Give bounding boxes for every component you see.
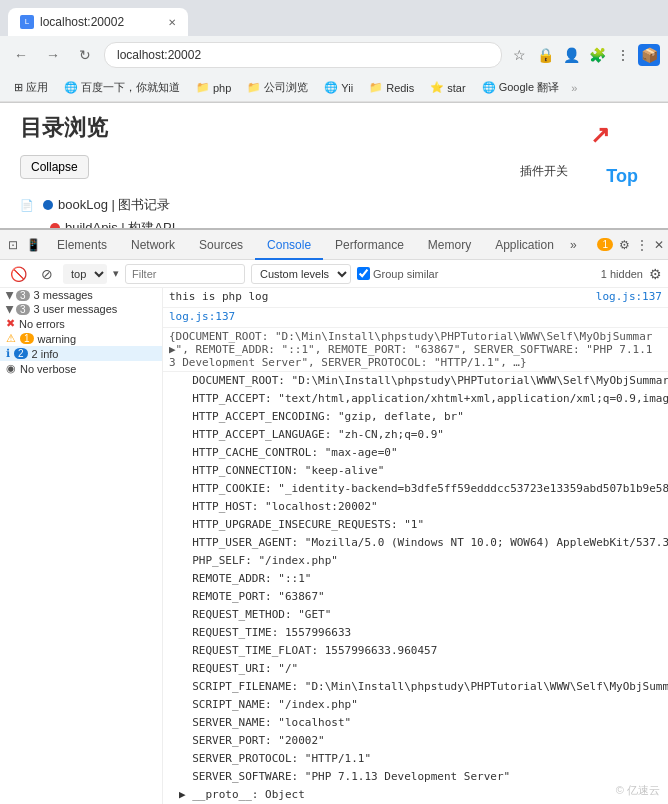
bookmark-company[interactable]: 📁 公司浏览 xyxy=(241,78,314,97)
bookmark-redis[interactable]: 📁 Redis xyxy=(363,79,420,96)
messages-label: 3 messages xyxy=(34,289,93,301)
shield-icon[interactable]: 🔒 xyxy=(534,44,556,66)
filter-input[interactable] xyxy=(125,264,245,284)
settings-icon[interactable]: ⚙ xyxy=(619,238,630,252)
devtools-dock-icon[interactable]: ⊡ xyxy=(4,238,22,252)
account-icon[interactable]: 👤 xyxy=(560,44,582,66)
browser-tab[interactable]: L localhost:20002 ✕ xyxy=(8,8,188,36)
code-line-req-time: REQUEST_TIME: 1557996633 xyxy=(179,624,668,642)
code-line-server-proto: SERVER_PROTOCOL: "HTTP/1.1" xyxy=(179,750,668,768)
tree-container: 📄 bookLog | 图书记录 buildApis | 构建API Chapt… xyxy=(20,196,648,228)
root-dot-icon xyxy=(43,200,53,210)
star-icon[interactable]: ☆ xyxy=(508,44,530,66)
info-label: 2 info xyxy=(32,348,59,360)
tab-console[interactable]: Console xyxy=(255,230,323,260)
console-main-log: this is php log log.js:137 log.js:137 {D… xyxy=(163,288,668,804)
verbose-icon: ◉ xyxy=(6,362,16,375)
code-line-script-name: SCRIPT_NAME: "/index.php" xyxy=(179,696,668,714)
tree-root-item[interactable]: 📄 bookLog | 图书记录 xyxy=(20,196,648,214)
nav-back-button[interactable]: ← xyxy=(8,42,34,68)
code-line-req-method: REQUEST_METHOD: "GET" xyxy=(179,606,668,624)
code-line-cookie: HTTP_COOKIE: "_identity-backend=b3dfe5ff… xyxy=(179,480,668,498)
hidden-count: 1 hidden xyxy=(601,268,643,280)
sidebar-messages[interactable]: ▶ 3 3 messages xyxy=(0,288,162,302)
code-line-php-self: PHP_SELF: "/index.php" xyxy=(179,552,668,570)
bookmark-yii[interactable]: 🌐 Yii xyxy=(318,79,359,96)
log-text-1: this is php log xyxy=(169,290,596,303)
info-badge: 2 xyxy=(14,348,28,359)
group-similar-checkbox[interactable] xyxy=(357,267,370,280)
expand-icon: ▶ xyxy=(5,291,16,299)
log-link-1[interactable]: log.js:137 xyxy=(596,290,662,303)
sidebar-info[interactable]: ℹ 2 2 info xyxy=(0,346,162,361)
user-messages-label: 3 user messages xyxy=(34,303,118,315)
devtools-tabs: ⊡ 📱 Elements Network Sources Console Per… xyxy=(0,230,668,260)
site-title: 目录浏览 xyxy=(20,113,648,143)
code-line-http-accept: HTTP_ACCEPT: "text/html,application/xhtm… xyxy=(179,390,668,408)
console-filter-icon[interactable]: ⊘ xyxy=(37,264,57,284)
bookmark-apps[interactable]: ⊞ 应用 xyxy=(8,78,54,97)
website-content: 目录浏览 Collapse 📄 bookLog | 图书记录 buildApis… xyxy=(0,103,668,228)
code-line-proto[interactable]: ▶ __proto__: Object xyxy=(179,786,668,804)
console-toolbar: 🚫 ⊘ top ▾ Custom levels Group similar 1 … xyxy=(0,260,668,288)
bookmarks-bar: ⊞ 应用 🌐 百度一下，你就知道 📁 php 📁 公司浏览 🌐 Yii 📁 Re… xyxy=(0,74,668,102)
group-similar-label[interactable]: Group similar xyxy=(357,267,438,280)
no-errors-label: No errors xyxy=(19,318,65,330)
level-select[interactable]: Custom levels xyxy=(251,264,351,284)
console-clear-icon[interactable]: 🚫 xyxy=(6,264,31,284)
console-row-json2: {DOCUMENT_ROOT: "D:\Min\Install\phpstudy… xyxy=(163,328,668,372)
top-link[interactable]: Top xyxy=(606,166,638,187)
bookmark-overflow[interactable]: » xyxy=(571,82,577,94)
sidebar-user-messages[interactable]: ▶ 3 3 user messages xyxy=(0,302,162,316)
context-arrow-icon[interactable]: ▾ xyxy=(113,267,119,280)
console-row-json: log.js:137 xyxy=(163,308,668,328)
code-block-expanded: DOCUMENT_ROOT: "D:\Min\Install\phpstudy\… xyxy=(163,372,668,804)
sidebar-verbose[interactable]: ◉ No verbose xyxy=(0,361,162,376)
watermark: © 亿速云 xyxy=(616,783,660,798)
tab-overflow-icon[interactable]: » xyxy=(566,238,581,252)
code-line-req-uri: REQUEST_URI: "/" xyxy=(179,660,668,678)
tab-memory[interactable]: Memory xyxy=(416,230,483,260)
tab-network[interactable]: Network xyxy=(119,230,187,260)
nav-forward-button[interactable]: → xyxy=(40,42,66,68)
bookmark-star[interactable]: ⭐ star xyxy=(424,79,471,96)
bookmark-php[interactable]: 📁 php xyxy=(190,79,237,96)
sidebar-warnings[interactable]: ⚠ 1 warning xyxy=(0,331,162,346)
main-area: 目录浏览 Collapse 📄 bookLog | 图书记录 buildApis… xyxy=(0,103,668,804)
collapse-button[interactable]: Collapse xyxy=(20,155,89,179)
tree-child1-item[interactable]: buildApis | 构建API xyxy=(50,219,648,228)
console-output[interactable]: ▶ 3 3 messages ▶ 3 3 user messages ✖ No … xyxy=(0,288,668,804)
devtools-panel: ⊡ 📱 Elements Network Sources Console Per… xyxy=(0,228,668,804)
devtools-mobile-icon[interactable]: 📱 xyxy=(22,238,45,252)
puzzle-icon[interactable]: 🧩 xyxy=(586,44,608,66)
context-select[interactable]: top xyxy=(63,264,107,284)
log-json-text: {DOCUMENT_ROOT: "D:\Min\Install\phpstudy… xyxy=(169,330,662,369)
tab-favicon: L xyxy=(20,15,34,29)
address-input[interactable] xyxy=(104,42,502,68)
code-line-remote-addr: REMOTE_ADDR: "::1" xyxy=(179,570,668,588)
bookmark-baidu[interactable]: 🌐 百度一下，你就知道 xyxy=(58,78,186,97)
tab-sources[interactable]: Sources xyxy=(187,230,255,260)
nav-refresh-button[interactable]: ↻ xyxy=(72,42,98,68)
code-line-server-port: SERVER_PORT: "20002" xyxy=(179,732,668,750)
warnings-badge: 1 xyxy=(20,333,34,344)
devtools-close-icon[interactable]: ✕ xyxy=(654,238,664,252)
devtools-more-icon[interactable]: ⋮ xyxy=(636,238,648,252)
sidebar-errors[interactable]: ✖ No errors xyxy=(0,316,162,331)
tab-application[interactable]: Application xyxy=(483,230,566,260)
code-line-host: HTTP_HOST: "localhost:20002" xyxy=(179,498,668,516)
console-settings-icon[interactable]: ⚙ xyxy=(649,266,662,282)
code-line-server-sw: SERVER_SOFTWARE: "PHP 7.1.13 Development… xyxy=(179,768,668,786)
bookmark-google[interactable]: 🌐 Google 翻译 xyxy=(476,78,566,97)
tab-bar: L localhost:20002 ✕ xyxy=(0,0,668,36)
tab-performance[interactable]: Performance xyxy=(323,230,416,260)
error-icon: ✖ xyxy=(6,317,15,330)
extension-active-icon[interactable]: 📦 xyxy=(638,44,660,66)
child1-dot-icon xyxy=(50,223,60,228)
log-link-2[interactable]: log.js:137 xyxy=(169,310,235,323)
code-line-upgrade: HTTP_UPGRADE_INSECURE_REQUESTS: "1" xyxy=(179,516,668,534)
tab-close-icon[interactable]: ✕ xyxy=(168,17,176,28)
menu-icon[interactable]: ⋮ xyxy=(612,44,634,66)
code-line-accept-enc: HTTP_ACCEPT_ENCODING: "gzip, deflate, br… xyxy=(179,408,668,426)
tab-elements[interactable]: Elements xyxy=(45,230,119,260)
